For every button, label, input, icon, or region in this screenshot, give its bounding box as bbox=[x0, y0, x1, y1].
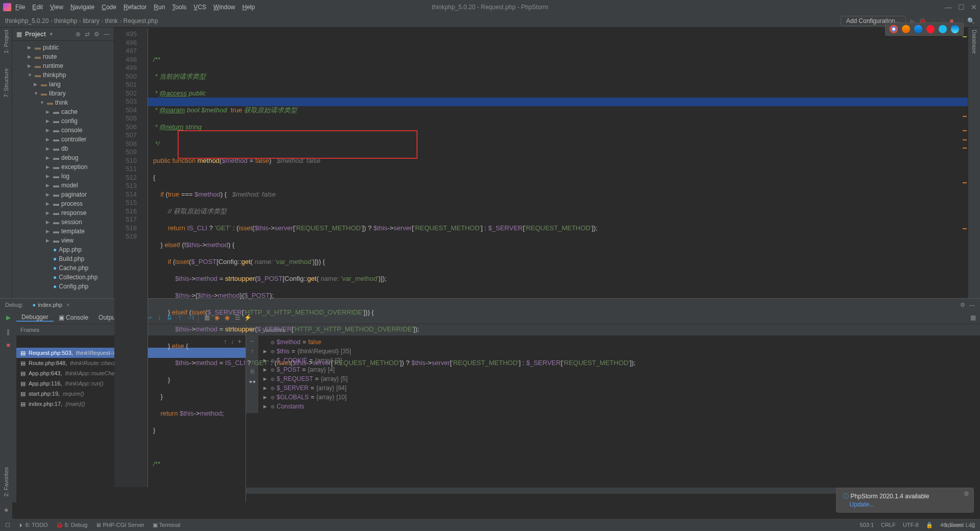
update-link[interactable]: Update... bbox=[849, 501, 874, 508]
tree-item[interactable]: ▶▬config bbox=[12, 116, 114, 126]
annotation-box bbox=[178, 130, 418, 159]
tree-item[interactable]: ▶▬log bbox=[12, 172, 114, 181]
collapse-icon[interactable]: ⇄ bbox=[85, 31, 90, 38]
status-item[interactable]: ☐ bbox=[5, 522, 10, 528]
safari-icon[interactable] bbox=[914, 25, 922, 33]
chrome-icon[interactable] bbox=[890, 25, 898, 33]
crumb[interactable]: Request.php bbox=[124, 17, 158, 25]
minimize-icon[interactable]: — bbox=[945, 3, 952, 11]
target-icon[interactable]: ⊕ bbox=[76, 31, 81, 38]
tree-item[interactable]: ▶▬cache bbox=[12, 107, 114, 116]
resume-icon[interactable]: ▶ bbox=[3, 313, 13, 322]
debug-left-buttons: ▶ bbox=[0, 310, 16, 325]
ie-icon[interactable] bbox=[939, 25, 947, 33]
error-stripe[interactable] bbox=[962, 28, 968, 487]
tree-item[interactable]: ▶▬debug bbox=[12, 153, 114, 162]
update-notification[interactable]: ⓘ PhpStorm 2020.1.4 available Update... … bbox=[836, 488, 974, 513]
maximize-icon[interactable]: ☐ bbox=[958, 3, 965, 11]
tree-item[interactable]: ▼▬thinkphp bbox=[12, 70, 114, 80]
tree-item[interactable]: ▶▬route bbox=[12, 52, 114, 61]
menu-window[interactable]: Window bbox=[213, 4, 235, 11]
gear-icon[interactable]: ⚙ bbox=[94, 31, 100, 38]
hide-icon[interactable]: — bbox=[104, 31, 110, 38]
stop-debug-icon[interactable]: ■ bbox=[3, 341, 13, 350]
tree-item[interactable]: ▶▬exception bbox=[12, 162, 114, 172]
tree-item[interactable]: ▶▬console bbox=[12, 126, 114, 135]
search-icon[interactable]: 🔍 bbox=[967, 17, 975, 25]
tree-item[interactable]: ▶▬db bbox=[12, 144, 114, 153]
statusbar: ☐⏵ 6: TODO🐞 5: Debug🖥 PHP-CGI Server▣ Te… bbox=[0, 519, 980, 531]
tree-item[interactable]: ●Config.php bbox=[12, 282, 114, 291]
layout-icon[interactable]: ▦ bbox=[966, 314, 980, 321]
tree-item[interactable]: ▼▬think bbox=[12, 98, 114, 107]
firefox-icon[interactable] bbox=[902, 25, 910, 33]
tree-item[interactable]: ▼▬library bbox=[12, 89, 114, 98]
menu-edit[interactable]: Edit bbox=[32, 4, 43, 11]
tree-item[interactable]: ▶▬lang bbox=[12, 80, 114, 89]
line-sep[interactable]: CRLF bbox=[881, 522, 896, 528]
close-icon[interactable]: ✕ bbox=[971, 3, 977, 11]
crumb[interactable]: library bbox=[83, 17, 100, 25]
window-controls: — ☐ ✕ bbox=[945, 3, 977, 11]
debugger-tab[interactable]: Debugger bbox=[16, 313, 54, 322]
menu-help[interactable]: Help bbox=[242, 4, 255, 11]
status-item[interactable]: ⏵ 6: TODO bbox=[18, 522, 48, 528]
menu-code[interactable]: Code bbox=[102, 4, 116, 11]
menu-navigate[interactable]: Navigate bbox=[70, 4, 94, 11]
main-area: 1: Project 7: Structure ▦ Project ▼ ⊕ ⇄ … bbox=[0, 28, 980, 298]
tree-item[interactable]: ▶▬view bbox=[12, 236, 114, 245]
tree-item[interactable]: ▶▬session bbox=[12, 218, 114, 227]
menu-run[interactable]: Run bbox=[154, 4, 165, 11]
status-item[interactable]: 🖥 PHP-CGI Server bbox=[95, 522, 144, 528]
gutter-marks bbox=[141, 28, 148, 487]
lock-icon[interactable]: 🔒 bbox=[926, 522, 933, 528]
console-tab[interactable]: ▣ Console bbox=[54, 314, 93, 321]
tab-project[interactable]: 1: Project bbox=[3, 30, 9, 53]
debug-label: Debug: bbox=[5, 302, 23, 308]
tree-item[interactable]: ▶▬process bbox=[12, 199, 114, 208]
status-item[interactable]: 🐞 5: Debug bbox=[56, 522, 88, 528]
project-panel: ▦ Project ▼ ⊕ ⇄ ⚙ — ▶▬public▶▬route▶▬run… bbox=[12, 28, 114, 298]
tree-item[interactable]: ●App.php bbox=[12, 245, 114, 254]
window-title: thinkphp_5.0.20 - Request.php - PhpStorm bbox=[432, 4, 548, 11]
star-icon[interactable]: ★ bbox=[4, 506, 9, 514]
menu-tools[interactable]: Tools bbox=[172, 4, 186, 11]
crumb[interactable]: think bbox=[105, 17, 118, 25]
cursor-pos[interactable]: 503:1 bbox=[860, 522, 874, 528]
debug-tab[interactable]: ●index.php× bbox=[28, 302, 74, 308]
menu-vcs[interactable]: VCS bbox=[193, 4, 206, 11]
menu-file[interactable]: File bbox=[15, 4, 25, 11]
tree-item[interactable]: ●Cache.php bbox=[12, 263, 114, 273]
menu-view[interactable]: View bbox=[50, 4, 63, 11]
tree-item[interactable]: ●Build.php bbox=[12, 254, 114, 263]
tab-database[interactable]: Database bbox=[971, 30, 977, 54]
tree-item[interactable]: ●Collection.php bbox=[12, 273, 114, 282]
code-area[interactable]: 4954964974984995005015025035045055065075… bbox=[114, 28, 968, 487]
tree-item[interactable]: ▶▬runtime bbox=[12, 61, 114, 70]
notification-close-icon[interactable]: ⚙ bbox=[964, 490, 969, 497]
opera-icon[interactable] bbox=[926, 25, 935, 33]
status-item[interactable]: ▣ Terminal bbox=[153, 522, 180, 528]
debug-hide-icon[interactable]: — bbox=[969, 302, 975, 308]
tree-item[interactable]: ▶▬paginator bbox=[12, 190, 114, 199]
tab-structure[interactable]: 7: Structure bbox=[3, 68, 9, 98]
tree-item[interactable]: ▶▬controller bbox=[12, 135, 114, 144]
menu-refactor[interactable]: Refactor bbox=[124, 4, 146, 11]
project-header: ▦ Project ▼ ⊕ ⇄ ⚙ — bbox=[12, 28, 114, 41]
encoding[interactable]: UTF-8 bbox=[903, 522, 919, 528]
pause-icon[interactable]: ‖ bbox=[3, 327, 13, 336]
project-tree[interactable]: ▶▬public▶▬route▶▬runtime▼▬thinkphp▶▬lang… bbox=[12, 41, 114, 298]
tab-favorites[interactable]: 2: Favorites bbox=[3, 467, 9, 496]
code-content[interactable]: /** * 当前的请求类型 * @access public * @param … bbox=[148, 28, 968, 487]
tree-item[interactable]: ▶▬public bbox=[12, 43, 114, 52]
tree-item[interactable]: ▶▬model bbox=[12, 181, 114, 190]
browser-icons bbox=[885, 22, 964, 36]
crumb[interactable]: thinkphp_5.0.20 bbox=[5, 17, 48, 25]
tree-item[interactable]: ▶▬template bbox=[12, 227, 114, 236]
tree-item[interactable]: ▶▬response bbox=[12, 208, 114, 218]
crumb[interactable]: thinkphp bbox=[54, 17, 77, 25]
mem-icon[interactable]: ☐ bbox=[970, 522, 975, 528]
edge-icon[interactable] bbox=[951, 25, 959, 33]
gutter: 4954964974984995005015025035045055065075… bbox=[114, 28, 141, 487]
indent[interactable]: 4 spaces bbox=[940, 522, 963, 528]
